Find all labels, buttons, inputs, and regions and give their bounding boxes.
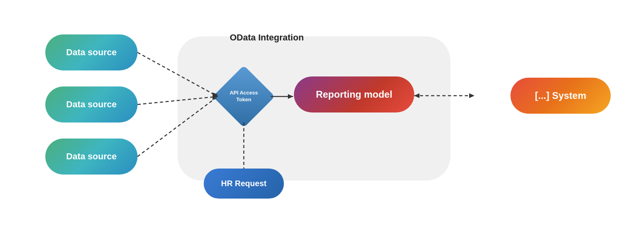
data-source-2: Data source <box>45 86 138 123</box>
odata-label: OData Integration <box>230 32 304 43</box>
diagram-container: OData Integration Data source Data sourc… <box>21 12 623 221</box>
svg-marker-9 <box>469 93 474 98</box>
data-source-3: Data source <box>45 139 138 175</box>
api-token-label: API Access Token <box>230 90 258 103</box>
api-token-diamond: API Access Token <box>218 70 270 123</box>
hr-request: HR Request <box>204 169 284 199</box>
data-source-1: Data source <box>45 34 138 70</box>
reporting-model: Reporting model <box>294 76 414 112</box>
system-pill: [...] System <box>510 78 611 114</box>
